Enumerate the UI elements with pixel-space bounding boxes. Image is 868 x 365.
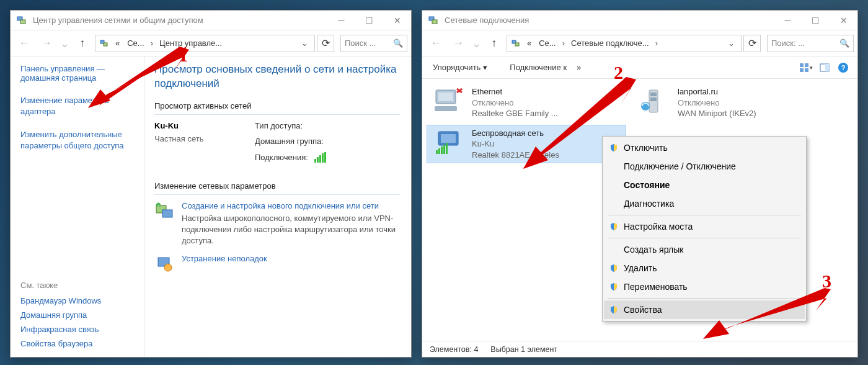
search-placeholder: Поиск ... <box>345 38 376 48</box>
view-dropdown[interactable]: ▾ <box>797 59 815 76</box>
ethernet-icon <box>431 86 466 116</box>
chevron-right-icon: › <box>654 38 659 48</box>
ctx-disable[interactable]: Отключить <box>604 138 805 157</box>
help-button[interactable]: ? <box>834 59 852 76</box>
svg-rect-1 <box>20 20 25 24</box>
minimize-button[interactable]: ─ <box>774 11 802 30</box>
ctx-connect[interactable]: Подключение / Отключение <box>604 157 805 176</box>
chevron-down-icon: ▾ <box>483 63 487 72</box>
ctx-delete[interactable]: Удалить <box>604 259 805 277</box>
adapter-ethernet[interactable]: Ethernet Отключено Realteke GBE Family .… <box>427 84 626 122</box>
maximize-button[interactable]: ☐ <box>802 11 830 30</box>
ctx-status[interactable]: Состояние <box>604 176 805 194</box>
svg-rect-16 <box>800 68 804 72</box>
forward-button[interactable]: → <box>37 34 56 53</box>
svg-rect-11 <box>432 20 437 24</box>
wifi-adapter-icon <box>431 128 466 158</box>
navbar: ← → ⌄ ↑ « Се... › Центр управле... ⌄ ⟳ П… <box>11 30 411 56</box>
location-icon <box>510 37 522 50</box>
see-also-firewall[interactable]: Брандмауэр Windows <box>20 294 136 308</box>
ctx-bridge[interactable]: Настройка моста <box>604 217 805 236</box>
network-type: Частная сеть <box>154 134 241 143</box>
control-panel-home-link[interactable]: Панель управления — домашняя страница <box>20 64 136 83</box>
ctx-properties[interactable]: Свойства <box>604 300 805 319</box>
svg-rect-24 <box>435 106 457 111</box>
adapter-title: lanportal.ru <box>678 86 828 97</box>
ctx-rename[interactable]: Переименовать <box>604 277 805 296</box>
refresh-button[interactable]: ⟳ <box>317 35 334 52</box>
homegroup-label: Домашняя группа: <box>255 137 400 146</box>
ctx-diagnose[interactable]: Диагностика <box>604 194 805 213</box>
forward-button[interactable]: → <box>448 34 468 53</box>
refresh-button[interactable]: ⟳ <box>743 35 761 52</box>
shield-icon <box>609 305 619 315</box>
change-adapter-settings-link[interactable]: Изменение параметров адаптера <box>20 95 136 117</box>
troubleshoot-icon <box>154 254 175 275</box>
status-bar: Элементов: 4 Выбран 1 элемент <box>422 341 857 357</box>
svg-rect-29 <box>650 97 657 101</box>
adapter-status: Отключено <box>472 97 622 109</box>
svg-rect-5 <box>162 210 172 217</box>
window-title: Сетевые подключения <box>445 16 774 25</box>
maximize-button[interactable]: ☐ <box>355 11 383 30</box>
svg-text:?: ? <box>841 64 846 71</box>
adapter-vpn[interactable]: lanportal.ru Отключено WAN Miniport (IKE… <box>633 84 831 122</box>
ctx-shortcut[interactable]: Создать ярлык <box>604 240 805 259</box>
crumb-2[interactable]: Сетевые подключе... <box>569 38 652 48</box>
menu-separator <box>608 215 801 215</box>
task-new-connection[interactable]: + Создание и настройка нового подключени… <box>154 201 400 247</box>
back-button[interactable]: ← <box>14 34 34 53</box>
see-also-internet-options[interactable]: Свойства браузера <box>20 336 136 351</box>
advanced-sharing-link[interactable]: Изменить дополнительные параметры общего… <box>20 129 136 151</box>
address-bar[interactable]: « Се... › Сетевые подключе... › ⌄ <box>507 35 742 52</box>
recent-dropdown[interactable]: ⌄ <box>59 34 70 53</box>
svg-rect-34 <box>438 148 440 154</box>
menu-separator <box>608 298 801 299</box>
adapter-wireless[interactable]: Беспроводная сеть Ku-Ku Realtek 8821AE W… <box>427 125 626 163</box>
crumb-1[interactable]: Се... <box>125 38 146 48</box>
svg-rect-37 <box>446 143 448 154</box>
main-panel: Просмотр основных сведений о сети и наст… <box>144 56 411 357</box>
up-button[interactable]: ↑ <box>484 34 504 53</box>
back-button[interactable]: ← <box>426 34 446 53</box>
search-placeholder: Поиск: ... <box>771 38 805 48</box>
task-link: Создание и настройка нового подключения … <box>182 201 400 210</box>
connect-to-button[interactable]: Подключение к <box>504 60 572 75</box>
signal-bars-icon <box>314 152 326 163</box>
task-troubleshoot[interactable]: Устранение неполадок <box>154 254 400 275</box>
search-input[interactable]: Поиск ... 🔍 <box>340 35 407 52</box>
selection-count: Выбран 1 элемент <box>490 345 557 354</box>
svg-rect-35 <box>441 146 443 154</box>
items-area[interactable]: Ethernet Отключено Realteke GBE Family .… <box>422 79 857 341</box>
network-connections-icon <box>427 14 440 27</box>
svg-rect-15 <box>805 63 808 67</box>
search-icon: 🔍 <box>393 38 403 48</box>
address-bar[interactable]: « Се... › Центр управле... ⌄ <box>95 35 315 52</box>
annotation-number-3: 3 <box>822 271 831 292</box>
crumb-back[interactable]: « <box>113 38 122 48</box>
see-also-homegroup[interactable]: Домашняя группа <box>20 308 136 322</box>
close-button[interactable]: ✕ <box>383 11 411 30</box>
svg-rect-14 <box>800 63 804 67</box>
overflow-button[interactable]: » <box>572 60 585 75</box>
sidebar: Панель управления — домашняя страница Из… <box>11 56 144 357</box>
address-dropdown[interactable]: ⌄ <box>298 38 312 48</box>
recent-dropdown[interactable]: ⌄ <box>471 34 482 53</box>
search-input[interactable]: Поиск: ... 🔍 <box>767 35 854 52</box>
crumb-2[interactable]: Центр управле... <box>157 38 224 48</box>
svg-rect-33 <box>436 150 438 154</box>
svg-rect-13 <box>515 43 519 46</box>
menu-separator <box>608 238 801 238</box>
crumb-1[interactable]: Се... <box>536 38 558 48</box>
address-dropdown[interactable]: ⌄ <box>724 38 738 48</box>
see-also-infrared[interactable]: Инфракрасная связь <box>20 322 136 336</box>
preview-pane-button[interactable] <box>815 59 834 76</box>
item-count: Элементов: 4 <box>430 345 478 354</box>
search-icon: 🔍 <box>839 38 849 48</box>
minimize-button[interactable]: ─ <box>327 11 355 30</box>
window-title: Центр управления сетями и общим доступом <box>33 16 327 25</box>
up-button[interactable]: ↑ <box>73 34 92 53</box>
crumb-back[interactable]: « <box>525 38 534 48</box>
close-button[interactable]: ✕ <box>830 11 857 30</box>
organize-button[interactable]: Упорядочить ▾ <box>427 60 493 75</box>
